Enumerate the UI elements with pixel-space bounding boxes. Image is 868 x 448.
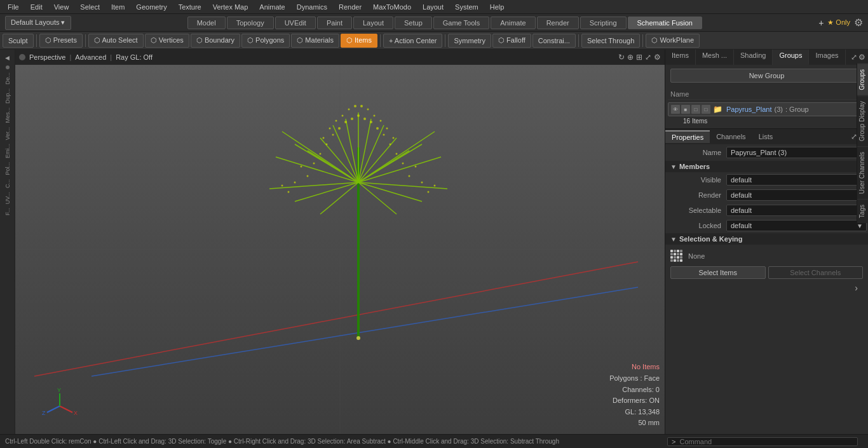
- items-button[interactable]: ⬡ Items: [341, 34, 377, 48]
- tab-animate[interactable]: Animate: [491, 17, 535, 29]
- menu-texture[interactable]: Texture: [173, 2, 207, 12]
- locked-select[interactable]: default: [726, 220, 867, 231]
- auto-select-button[interactable]: ⬡ Auto Select: [88, 34, 144, 48]
- tab-model[interactable]: Model: [187, 17, 226, 29]
- members-section-header[interactable]: ▼ Members: [665, 161, 868, 172]
- add-layout-button[interactable]: +: [818, 18, 824, 28]
- prop-tab-channels[interactable]: Channels: [710, 131, 752, 142]
- viewport-menu-dot[interactable]: [19, 54, 25, 60]
- workplane-button[interactable]: ⬡ WorkPlane: [646, 34, 700, 48]
- name-input[interactable]: [726, 147, 863, 158]
- vertices-button[interactable]: ⬡ Vertices: [145, 34, 189, 48]
- selection-keying-title: Selection & Keying: [679, 235, 743, 243]
- menu-maxtomodo[interactable]: MaxToModo: [368, 2, 416, 12]
- select-through-button[interactable]: Select Through: [581, 34, 640, 48]
- menu-view[interactable]: View: [49, 2, 74, 12]
- sidebar-label-uv[interactable]: UV...: [3, 191, 12, 205]
- sidebar-toggle[interactable]: ◀: [1, 52, 14, 64]
- viewport[interactable]: Perspective | Advanced | Ray GL: Off ↻ ⊕…: [15, 50, 665, 434]
- tab-paint[interactable]: Paint: [317, 17, 352, 29]
- viewport-rotate-icon[interactable]: ↻: [618, 53, 625, 62]
- falloff-button[interactable]: ⬡ Falloff: [492, 34, 531, 48]
- selection-keying-header[interactable]: ▼ Selection & Keying: [665, 233, 868, 245]
- svg-line-16: [358, 144, 422, 182]
- materials-button[interactable]: ⬡ Materials: [291, 34, 339, 48]
- svg-point-49: [329, 128, 331, 130]
- default-layouts-dropdown[interactable]: Default Layouts ▾: [5, 16, 71, 30]
- viewport-expand-icon[interactable]: ⤢: [645, 53, 651, 62]
- sculpt-button[interactable]: Sculpt: [3, 34, 34, 48]
- group-row[interactable]: 👁 ■ □ □ 📁 Papyrus_Plant (3) : Group: [668, 102, 865, 116]
- svg-line-10: [346, 119, 358, 182]
- prop-tab-properties[interactable]: Properties: [665, 130, 710, 143]
- vtab-tags[interactable]: Tags: [857, 199, 868, 223]
- sidebar-label-f[interactable]: F...: [3, 207, 12, 217]
- settings-icon[interactable]: ⚙: [854, 17, 863, 29]
- svg-point-31: [370, 121, 372, 123]
- rp-tab-shading[interactable]: Shading: [734, 50, 773, 65]
- selectable-select[interactable]: default: [726, 205, 867, 216]
- rp-tab-items[interactable]: Items: [665, 50, 696, 65]
- menu-vertex-map[interactable]: Vertex Map: [208, 2, 254, 12]
- sidebar-label-c[interactable]: C...: [3, 178, 12, 189]
- tab-topology[interactable]: Topology: [227, 17, 274, 29]
- stat-no-items: No Items: [609, 362, 660, 373]
- menu-render[interactable]: Render: [334, 2, 367, 12]
- rp-tab-mesh[interactable]: Mesh ...: [696, 50, 734, 65]
- rp-settings-icon[interactable]: ⚙: [858, 53, 865, 62]
- tab-layout[interactable]: Layout: [353, 17, 393, 29]
- render-select[interactable]: default: [726, 189, 867, 201]
- group-type-icon[interactable]: □: [702, 105, 710, 114]
- presets-button[interactable]: ⬡ Presets: [39, 34, 83, 48]
- tab-render[interactable]: Render: [537, 17, 579, 29]
- select-items-button[interactable]: Select Items: [670, 266, 766, 279]
- stat-deformers: Deformers: ON: [609, 395, 660, 407]
- tab-scripting[interactable]: Scripting: [580, 17, 627, 29]
- viewport-settings-icon[interactable]: ⚙: [654, 53, 661, 62]
- tab-setup[interactable]: Setup: [395, 17, 432, 29]
- sidebar-label-de[interactable]: De...: [3, 71, 12, 86]
- viewport-zoom-icon[interactable]: ⊕: [627, 53, 634, 62]
- menu-edit[interactable]: Edit: [25, 2, 48, 12]
- arrow-right-icon[interactable]: ›: [855, 283, 858, 293]
- visible-select[interactable]: default: [726, 174, 867, 186]
- constrain-button[interactable]: Constrai...: [532, 34, 576, 48]
- menu-file[interactable]: File: [3, 2, 24, 12]
- select-channels-button[interactable]: Select Channels: [768, 266, 864, 279]
- prop-tab-lists[interactable]: Lists: [752, 131, 780, 142]
- sidebar-label-ver[interactable]: Ver...: [3, 126, 12, 142]
- menu-item[interactable]: Item: [106, 2, 130, 12]
- vtab-user-channels[interactable]: User Channels: [857, 146, 868, 199]
- vtab-groups[interactable]: Groups: [857, 64, 868, 95]
- sidebar-label-mes[interactable]: Mes...: [3, 106, 12, 125]
- sidebar-label-emi[interactable]: Emi...: [3, 142, 12, 160]
- sidebar-label-dup[interactable]: Dup...: [3, 87, 12, 105]
- menu-select[interactable]: Select: [75, 2, 105, 12]
- viewport-pan-icon[interactable]: ⊞: [636, 53, 642, 62]
- rp-tab-groups[interactable]: Groups: [773, 50, 809, 65]
- new-group-button[interactable]: New Group: [670, 69, 863, 83]
- menu-animate[interactable]: Animate: [254, 2, 290, 12]
- vtab-group-display[interactable]: Group Display: [857, 95, 868, 146]
- properties-panel: Properties Channels Lists ⤢ ⚙ Name ▼ Mem…: [665, 128, 868, 434]
- boundary-button[interactable]: ⬡ Boundary: [191, 34, 240, 48]
- tab-uvedit[interactable]: UVEdit: [275, 17, 316, 29]
- menu-dynamics[interactable]: Dynamics: [292, 2, 332, 12]
- sidebar-label-pol[interactable]: Pol...: [3, 161, 12, 177]
- group-lock-icon[interactable]: □: [691, 105, 700, 114]
- polygons-button[interactable]: ⬡ Polygons: [241, 34, 290, 48]
- menu-help[interactable]: Help: [485, 2, 510, 12]
- tab-game-tools[interactable]: Game Tools: [433, 17, 490, 29]
- menu-layout[interactable]: Layout: [417, 2, 449, 12]
- command-input[interactable]: [679, 438, 857, 445]
- rp-tab-images[interactable]: Images: [809, 50, 845, 65]
- tab-schematic-fusion[interactable]: Schematic Fusion: [628, 17, 702, 29]
- menu-geometry[interactable]: Geometry: [131, 2, 172, 12]
- separator-4: [445, 34, 445, 47]
- action-center-button[interactable]: + Action Center: [383, 34, 443, 48]
- symmetry-button[interactable]: Symmetry: [448, 34, 491, 48]
- menu-system[interactable]: System: [450, 2, 484, 12]
- group-eye-icon[interactable]: 👁: [671, 105, 680, 114]
- group-render-icon[interactable]: ■: [681, 105, 690, 114]
- rp-expand-icon[interactable]: ⤢: [851, 53, 857, 62]
